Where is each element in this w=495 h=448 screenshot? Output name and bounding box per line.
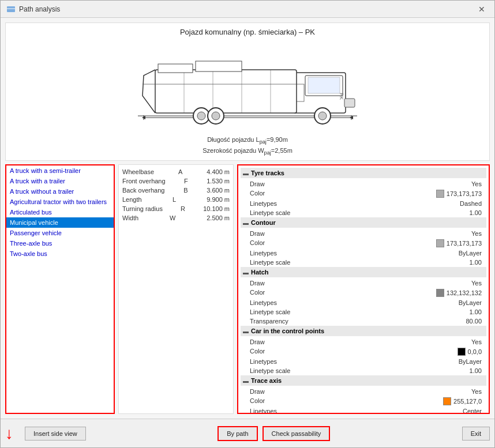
titlebar-left: Path analysis [6,5,60,14]
prop-row: Color 0,0,0 [241,347,486,357]
footer-left: ↓ Insert side view [5,426,86,442]
vehicle-list-item[interactable]: Passenger vehicle [6,228,114,238]
spec-value: 9.900 m [207,196,230,203]
prop-value: 0,0,0 [457,348,482,356]
prop-key: Linetypes [250,200,277,207]
color-swatch[interactable] [443,397,451,405]
prop-value: Dashed [460,200,482,207]
prop-value: Yes [471,180,482,187]
prop-row: DrawYes [241,337,486,347]
vehicle-list-item[interactable]: A truck with a trailer [6,176,114,186]
vehicle-list-item[interactable]: A truck with a semi-trailer [6,165,114,176]
prop-section-header[interactable]: ▬ Hatch [241,267,486,277]
section-title: Car in the control points [251,327,324,334]
prop-row: Linetype scale1.00 [241,307,486,317]
svg-text:PK: PK [339,93,344,100]
svg-rect-0 [7,6,15,12]
properties-panel: ▬ Tyre tracksDrawYesColor 173,173,173 Li… [237,164,490,414]
spec-letter: B [180,187,192,194]
prop-key: Color [250,190,265,198]
app-icon [6,5,16,14]
prop-row: LinetypesByLayer [241,357,486,366]
spec-label: Back overhang [122,187,164,194]
prop-value: Yes [471,338,482,345]
prop-key: Linetype scale [250,259,290,266]
spec-letter: W [167,214,178,221]
insert-side-view-button[interactable]: Insert side view [25,427,86,441]
vehicle-list-item[interactable]: A truck without a trailer [6,186,114,197]
spec-row: Turning radius R 10.100 m [122,205,230,212]
prop-row: Color 173,173,173 [241,238,486,249]
prop-row: LinetypesByLayer [241,249,486,258]
prop-row: Transparency80.00 [241,317,486,326]
vehicle-list-item[interactable]: Two-axle bus [6,249,114,259]
prop-value: 1.00 [470,259,482,266]
spec-value: 10.100 m [203,205,230,212]
window-title: Path analysis [19,5,60,13]
prop-key: Transparency [250,318,288,325]
check-passability-button[interactable]: Check passability [262,426,331,441]
vehicle-list-item[interactable]: Agricultural tractor with two trailers [6,197,114,207]
prop-key: Color [250,397,265,405]
bottom-section: A truck with a semi-trailerA truck with … [5,164,490,414]
prop-value: 173,173,173 [436,239,482,247]
arrow-container: ↓ [5,426,13,442]
vehicle-list-item[interactable]: Three-axle bus [6,238,114,249]
spec-label: Front overhang [122,178,166,185]
color-swatch[interactable] [436,289,444,297]
spec-value: 2.500 m [207,214,230,221]
prop-section-header[interactable]: ▬ Trace axis [241,375,486,386]
vehicle-list-panel[interactable]: A truck with a semi-trailerA truck with … [5,164,115,414]
prop-key: Draw [250,180,265,187]
prop-key: Draw [250,280,265,287]
collapse-icon: ▬ [243,328,249,334]
spec-row: Width W 2.500 m [122,214,230,221]
svg-point-25 [212,112,220,120]
prop-row: Color 173,173,173 [241,189,486,199]
svg-rect-8 [308,77,340,93]
spec-label: Width [122,214,138,221]
section-title: Trace axis [251,377,282,384]
vehicle-svg-container: PK [126,41,369,134]
collapse-icon: ▬ [243,269,249,276]
vehicle-width-dim: Szerokość pojazdu Wpaj=2,55m [202,147,292,156]
footer: ↓ Insert side view By path Check passabi… [1,419,494,447]
collapse-icon: ▬ [243,220,249,226]
footer-right: Exit [462,427,490,441]
footer-center: By path Check passability [217,426,330,441]
vehicle-list-item[interactable]: Municipal vehicle [6,217,114,228]
prop-key: Color [250,239,265,247]
down-arrow-icon: ↓ [5,426,13,442]
color-swatch[interactable] [436,239,444,247]
spec-row: Wheelbase A 4.400 m [122,168,230,175]
prop-value: ByLayer [459,250,482,257]
prop-value: 173,173,173 [436,190,482,198]
prop-row: Linetype scale1.00 [241,258,486,267]
svg-rect-16 [158,64,193,73]
specs-panel: Wheelbase A 4.400 mFront overhang F 1.53… [118,164,234,414]
prop-value: Yes [471,230,482,237]
prop-section-header[interactable]: ▬ Car in the control points [241,326,486,336]
color-swatch[interactable] [436,190,444,198]
prop-value: 255,127,0 [443,397,482,405]
prop-value: Yes [471,388,482,395]
spec-value: 3.600 m [207,187,230,194]
prop-row: LinetypesCenter [241,406,486,414]
prop-key: Draw [250,230,265,237]
prop-key: Draw [250,388,265,395]
color-swatch[interactable] [457,348,466,356]
prop-section-header[interactable]: ▬ Contour [241,217,486,228]
by-path-button[interactable]: By path [217,426,257,441]
prop-value: 1.00 [470,209,482,216]
svg-rect-19 [344,99,355,107]
prop-row: LinetypesByLayer [241,298,486,307]
vehicle-list-item[interactable]: Articulated bus [6,207,114,217]
vehicle-title: Pojazd komunalny (np. śmieciarka) – PK [180,28,315,36]
collapse-icon: ▬ [243,170,249,176]
spec-letter: F [180,178,192,185]
exit-button[interactable]: Exit [462,427,490,441]
prop-section-header[interactable]: ▬ Tyre tracks [241,168,486,178]
prop-key: Linetype scale [250,308,290,315]
prop-key: Linetypes [250,299,277,306]
close-button[interactable]: ✕ [475,3,489,15]
